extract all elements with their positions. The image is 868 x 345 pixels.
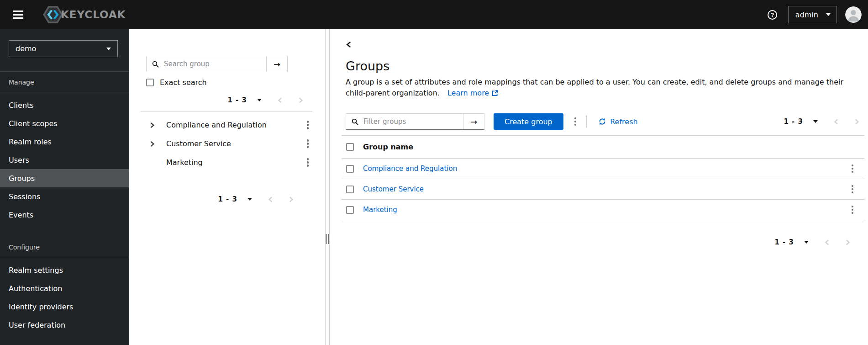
groups-table: Group name Compliance and Regulation Cus… <box>342 135 864 220</box>
pagination-range: 1 - 3 <box>774 238 794 246</box>
user-avatar-icon <box>845 6 862 23</box>
learn-more-link[interactable]: Learn more <box>447 88 498 99</box>
tree-item: Marketing <box>146 153 312 172</box>
tree-group-link[interactable]: Marketing <box>166 158 203 167</box>
row-kebab-menu-button[interactable] <box>849 188 857 191</box>
exact-search: Exact search <box>146 78 312 87</box>
sidebar-item-events[interactable]: Events <box>0 206 129 224</box>
pagination-range-dropdown[interactable]: 1 - 3 <box>218 195 252 203</box>
refresh-icon <box>599 118 606 125</box>
filter-field <box>346 114 463 129</box>
group-link[interactable]: Customer Service <box>363 185 424 193</box>
pagination-range: 1 - 3 <box>227 96 247 104</box>
arrow-right-icon: → <box>274 59 280 69</box>
keycloak-admin-console: KEYCLOAK ? admin demo <box>0 0 868 345</box>
pagination-next-button[interactable] <box>854 119 860 125</box>
caret-down-icon <box>257 99 262 101</box>
username: admin <box>795 11 818 19</box>
create-group-button[interactable]: Create group <box>494 113 563 130</box>
row-kebab-menu-button[interactable] <box>849 209 857 211</box>
tree-divider <box>141 111 312 112</box>
sidebar-item-realm-roles[interactable]: Realm roles <box>0 133 129 151</box>
manage-nav-list: Clients Client scopes Realm roles Users … <box>0 96 129 224</box>
group-link[interactable]: Marketing <box>363 206 397 214</box>
row-checkbox[interactable] <box>346 206 354 214</box>
chevron-left-icon <box>277 97 283 103</box>
group-link[interactable]: Compliance and Regulation <box>363 165 457 173</box>
back-button[interactable] <box>346 41 352 48</box>
toolbar-kebab-menu-button[interactable] <box>572 121 579 123</box>
table-header-row: Group name <box>342 136 864 159</box>
filter-submit-button[interactable]: → <box>463 114 484 129</box>
pagination-prev-button[interactable] <box>824 239 830 245</box>
nav-toggle-button[interactable] <box>11 7 25 23</box>
row-kebab-menu-button[interactable] <box>849 168 857 170</box>
kebab-icon <box>307 124 309 126</box>
pagination-range: 1 - 3 <box>218 195 237 203</box>
refresh-button[interactable]: Refresh <box>596 117 640 127</box>
kebab-menu-button[interactable] <box>304 143 312 145</box>
kebab-menu-button[interactable] <box>304 161 312 164</box>
expand-chevron-icon[interactable] <box>150 122 159 128</box>
search-submit-button[interactable]: → <box>266 56 287 72</box>
sidebar-item-clients[interactable]: Clients <box>0 96 129 114</box>
pagination-next-button[interactable] <box>289 196 294 202</box>
configure-nav-list: Realm settings Authentication Identity p… <box>0 261 129 334</box>
realm-selector[interactable]: demo <box>9 40 118 57</box>
kebab-menu-button[interactable] <box>304 124 312 126</box>
filter-groups-input[interactable] <box>363 117 460 126</box>
tree-group-link[interactable]: Customer Service <box>166 139 231 148</box>
help-icon[interactable]: ? <box>768 10 777 20</box>
groups-toolbar: → Create group Refresh 1 - 3 <box>346 113 864 130</box>
filter-groups: → <box>346 113 484 130</box>
masthead: KEYCLOAK ? admin <box>0 0 868 29</box>
tree-group-link[interactable]: Compliance and Regulation <box>166 121 267 129</box>
pagination-prev-button[interactable] <box>268 196 273 202</box>
pagination-range-dropdown[interactable]: 1 - 3 <box>784 117 818 126</box>
chevron-right-icon <box>289 196 294 202</box>
kebab-icon <box>307 143 309 145</box>
caret-down-icon <box>804 241 809 244</box>
row-checkbox[interactable] <box>346 165 354 173</box>
angle-left-icon <box>346 41 352 48</box>
toolbar-pagination: 1 - 3 <box>784 116 864 127</box>
pagination-prev-button[interactable] <box>833 119 839 125</box>
masthead-right: ? admin <box>768 6 862 23</box>
user-menu-dropdown[interactable]: admin <box>788 6 837 23</box>
pagination-range-dropdown[interactable]: 1 - 3 <box>227 96 262 104</box>
tree-item: Compliance and Regulation <box>146 116 312 134</box>
expand-chevron-icon[interactable] <box>150 141 159 147</box>
exact-search-checkbox[interactable] <box>146 79 154 86</box>
select-all-checkbox[interactable] <box>346 143 354 151</box>
pagination-next-button[interactable] <box>845 239 851 245</box>
sidebar-item-realm-settings[interactable]: Realm settings <box>0 261 129 279</box>
kebab-icon <box>852 188 854 191</box>
row-checkbox[interactable] <box>346 186 354 193</box>
caret-down-icon <box>106 48 111 50</box>
sidebar-item-user-federation[interactable]: User federation <box>0 316 129 334</box>
sidebar-item-groups[interactable]: Groups <box>0 169 129 187</box>
pagination-range-dropdown[interactable]: 1 - 3 <box>774 238 809 246</box>
search-icon <box>352 118 358 125</box>
sidebar-item-users[interactable]: Users <box>0 151 129 169</box>
nav-section-configure: Configure Realm settings Authentication … <box>0 237 129 334</box>
sidebar-item-sessions[interactable]: Sessions <box>0 187 129 206</box>
realm-selector-section: demo <box>0 29 129 72</box>
description-text: A group is a set of attributes and role … <box>346 78 843 97</box>
brand-text: KEYCLOAK <box>61 9 126 21</box>
table-row: Customer Service <box>342 179 864 200</box>
pagination-next-button[interactable] <box>298 97 304 103</box>
table-row: Marketing <box>342 200 864 220</box>
tree-item: Customer Service <box>146 134 312 153</box>
avatar[interactable] <box>845 6 862 23</box>
page-title: Groups <box>346 59 864 73</box>
search-group-input[interactable] <box>163 59 263 69</box>
tree-pagination-top: 1 - 3 <box>146 95 312 106</box>
nav-section-title-configure: Configure <box>0 237 129 257</box>
sidebar-item-client-scopes[interactable]: Client scopes <box>0 114 129 133</box>
panel-resize-splitter[interactable] <box>325 29 330 345</box>
page-description: A group is a set of attributes and role … <box>346 77 850 99</box>
sidebar-item-authentication[interactable]: Authentication <box>0 279 129 297</box>
sidebar-item-identity-providers[interactable]: Identity providers <box>0 297 129 316</box>
pagination-prev-button[interactable] <box>277 97 283 103</box>
